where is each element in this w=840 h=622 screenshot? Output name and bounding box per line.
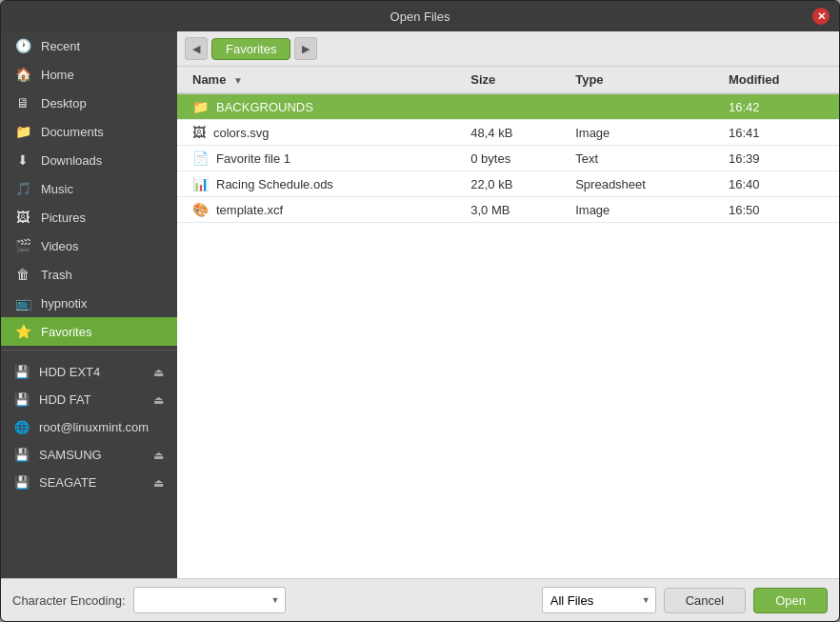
back-button[interactable]: ◀ <box>185 37 208 60</box>
sidebar-item-music[interactable]: 🎵Music <box>1 174 177 203</box>
drive-icon: 💾 <box>14 365 30 379</box>
file-table-wrapper: Name ▼ Size Type Modified <box>177 67 839 578</box>
sidebar-label-music: Music <box>41 182 73 196</box>
drive-label: root@linuxmint.com <box>39 420 149 434</box>
drive-item-SEAGATE[interactable]: 💾 SEAGATE ⏏ <box>1 469 177 496</box>
column-header-type[interactable]: Type <box>566 67 719 93</box>
sidebar-label-pictures: Pictures <box>41 211 86 225</box>
filetype-select[interactable]: All Files <box>542 587 656 613</box>
cell-size: 0 bytes <box>461 146 566 171</box>
sidebar-icon-music: 🎵 <box>14 181 31 196</box>
drive-label: SEAGATE <box>39 475 96 490</box>
drive-label: HDD EXT4 <box>39 365 100 379</box>
sidebar-icon-home: 🏠 <box>14 67 31 82</box>
file-name: Racing Schedule.ods <box>216 177 333 191</box>
cell-name: 📊 Racing Schedule.ods <box>177 171 461 196</box>
file-icon-folder: 📁 <box>192 99 209 114</box>
open-files-dialog: Open Files ✕ 🕐Recent🏠Home🖥Desktop📁Docume… <box>0 0 840 622</box>
eject-icon[interactable]: ⏏ <box>153 476 164 490</box>
file-name: Favorite file 1 <box>216 151 290 166</box>
eject-icon[interactable]: ⏏ <box>153 393 164 407</box>
content-area: ◀ Favorites ▶ Name ▼ Size <box>177 31 839 578</box>
table-row[interactable]: 🎨 template.xcf 3,0 MB Image 16:50 <box>177 197 839 223</box>
cell-size: 22,0 kB <box>461 171 566 197</box>
cancel-button[interactable]: Cancel <box>664 588 746 613</box>
column-header-size[interactable]: Size <box>461 67 566 93</box>
sidebar-icon-documents: 📁 <box>14 124 31 139</box>
cell-name: 🎨 template.xcf <box>177 197 461 222</box>
toolbar: ◀ Favorites ▶ <box>177 31 839 67</box>
drive-item-HDD FAT[interactable]: 💾 HDD FAT ⏏ <box>1 386 177 413</box>
sidebar-label-trash: Trash <box>41 268 72 282</box>
cell-size: 3,0 MB <box>461 197 566 223</box>
encoding-area: Character Encoding: <box>12 587 286 613</box>
cell-modified: 16:50 <box>719 197 839 223</box>
sidebar-item-recent[interactable]: 🕐Recent <box>1 31 177 60</box>
sidebar-item-documents[interactable]: 📁Documents <box>1 117 177 146</box>
sidebar-icon-pictures: 🖼 <box>14 210 31 225</box>
sidebar-item-hypnotix[interactable]: 📺hypnotix <box>1 289 177 317</box>
sidebar-label-home: Home <box>41 68 74 82</box>
location-button[interactable]: Favorites <box>211 38 290 60</box>
sidebar-item-trash[interactable]: 🗑Trash <box>1 260 177 289</box>
sidebar-item-videos[interactable]: 🎬Videos <box>1 231 177 260</box>
table-row[interactable]: 📊 Racing Schedule.ods 22,0 kB Spreadshee… <box>177 171 839 197</box>
sidebar-label-videos: Videos <box>41 239 79 253</box>
file-icon-image2: 🎨 <box>192 202 209 217</box>
sidebar-label-downloads: Downloads <box>41 153 102 168</box>
cell-modified: 16:41 <box>719 120 839 146</box>
sidebar-icon-videos: 🎬 <box>14 238 31 253</box>
drive-item-HDD EXT4[interactable]: 💾 HDD EXT4 ⏏ <box>1 358 177 386</box>
eject-icon[interactable]: ⏏ <box>153 366 164 379</box>
sidebar-icon-desktop: 🖥 <box>14 95 31 110</box>
sidebar-icon-recent: 🕐 <box>14 38 31 53</box>
sidebar-label-desktop: Desktop <box>41 96 87 110</box>
dialog-title: Open Files <box>390 10 450 24</box>
encoding-select[interactable] <box>133 587 286 613</box>
sidebar-item-pictures[interactable]: 🖼Pictures <box>1 203 177 231</box>
filetype-select-wrapper: All Files <box>542 587 656 613</box>
main-area: 🕐Recent🏠Home🖥Desktop📁Documents⬇Downloads… <box>1 31 839 578</box>
column-header-modified[interactable]: Modified <box>719 67 839 93</box>
sidebar-label-documents: Documents <box>41 125 104 139</box>
drive-item-SAMSUNG[interactable]: 💾 SAMSUNG ⏏ <box>1 441 177 469</box>
file-name: colors.svg <box>213 126 270 140</box>
sidebar-item-favorites[interactable]: ⭐Favorites <box>1 317 177 346</box>
encoding-label: Character Encoding: <box>12 593 126 608</box>
cell-name: 🖼 colors.svg <box>177 120 461 145</box>
cell-modified: 16:39 <box>719 146 839 171</box>
drive-label: SAMSUNG <box>39 448 102 462</box>
cell-modified: 16:40 <box>719 171 839 197</box>
sidebar-item-home[interactable]: 🏠Home <box>1 60 177 89</box>
drive-item-root-linuxmint-com[interactable]: 🌐 root@linuxmint.com <box>1 413 177 441</box>
drive-icon: 💾 <box>14 475 30 490</box>
sidebar-divider <box>1 350 177 351</box>
file-name: template.xcf <box>216 203 283 217</box>
forward-button[interactable]: ▶ <box>294 37 317 60</box>
column-header-name[interactable]: Name ▼ <box>177 67 461 93</box>
sidebar-icon-favorites: ⭐ <box>14 324 31 339</box>
table-row[interactable]: 📁 BACKGROUNDS 16:42 <box>177 93 839 120</box>
open-button[interactable]: Open <box>753 588 828 613</box>
sidebar-item-desktop[interactable]: 🖥Desktop <box>1 89 177 117</box>
drive-icon: 🌐 <box>14 420 30 434</box>
file-icon-spreadsheet: 📊 <box>192 176 209 191</box>
button-area: All Files Cancel Open <box>542 587 828 613</box>
eject-icon[interactable]: ⏏ <box>153 449 164 462</box>
cell-type <box>566 93 719 120</box>
table-header-row: Name ▼ Size Type Modified <box>177 67 839 93</box>
bottom-bar: Character Encoding: All Files Cancel Ope… <box>1 578 839 621</box>
sidebar-icon-downloads: ⬇ <box>14 152 31 168</box>
close-button[interactable]: ✕ <box>812 8 830 25</box>
drive-label: HDD FAT <box>39 392 91 407</box>
file-name: BACKGROUNDS <box>216 100 313 114</box>
sidebar-item-downloads[interactable]: ⬇Downloads <box>1 146 177 174</box>
table-row[interactable]: 📄 Favorite file 1 0 bytes Text 16:39 <box>177 146 839 171</box>
table-row[interactable]: 🖼 colors.svg 48,4 kB Image 16:41 <box>177 120 839 146</box>
encoding-select-wrapper <box>133 587 286 613</box>
cell-type: Spreadsheet <box>566 171 719 197</box>
sidebar-icon-trash: 🗑 <box>14 267 31 282</box>
cell-size <box>461 93 566 120</box>
cell-modified: 16:42 <box>719 93 839 120</box>
sidebar-label-hypnotix: hypnotix <box>41 296 87 311</box>
